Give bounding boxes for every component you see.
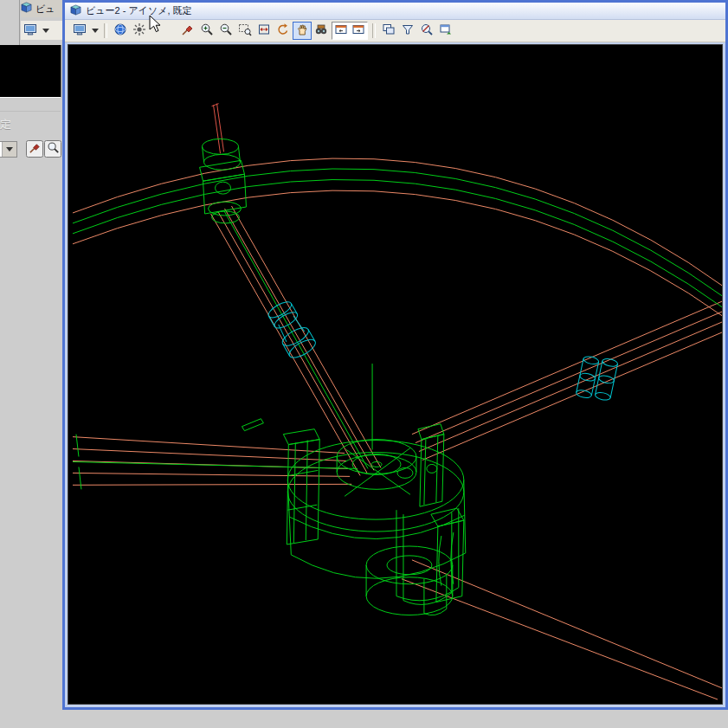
window-area-button[interactable] [235, 22, 254, 40]
wireframe-model [68, 45, 722, 704]
view-window-2: ビュー2 - アイソメ, 既定 [62, 0, 728, 710]
wireframe-green-lines [73, 139, 722, 615]
view-display-mode-button[interactable] [70, 22, 89, 40]
chevron-down-icon [42, 29, 49, 33]
mouse-cursor [149, 15, 163, 34]
rotate-icon [276, 23, 290, 39]
chevron-down-icon [92, 29, 99, 33]
sun-icon [132, 23, 146, 39]
clip-mask-button[interactable] [417, 22, 436, 40]
view-previous-button[interactable] [332, 23, 350, 39]
copy-view-icon [382, 23, 396, 39]
copy-view-button[interactable] [379, 22, 398, 40]
background-window-titlebar[interactable]: ビュ [21, 0, 62, 17]
view-next-icon [351, 23, 365, 39]
screen: ビュ 既定 ビュー2 - アイソメ, 既定 [0, 0, 728, 728]
window-area-icon [238, 23, 252, 39]
render-mode-button[interactable] [111, 22, 130, 40]
view-canvas[interactable] [68, 44, 723, 705]
view-display-dropdown[interactable] [89, 22, 100, 40]
chevron-down-icon [6, 147, 13, 151]
panel-update-brush-button[interactable] [26, 140, 43, 158]
magnifier-icon [47, 141, 60, 157]
bg-view-display-button[interactable] [21, 22, 40, 40]
fit-view-button[interactable] [254, 22, 274, 40]
brush-icon [29, 141, 42, 157]
panel-zoom-button[interactable] [44, 140, 61, 158]
titlebar[interactable]: ビュー2 - アイソメ, 既定 [65, 3, 725, 20]
brightness-button[interactable] [130, 22, 149, 40]
pan-view-button[interactable] [293, 22, 312, 40]
view-toolbar [65, 20, 725, 42]
toolbar-separator [372, 23, 376, 38]
window-title: ビュー2 - アイソメ, 既定 [86, 4, 192, 17]
background-window-edge [19, 0, 20, 45]
background-window-title: ビュ [35, 3, 55, 16]
saved-views-button[interactable] [436, 22, 455, 40]
level-dropdown[interactable] [0, 141, 17, 158]
binoculars-icon [314, 23, 328, 39]
bg-view-display-dropdown[interactable] [40, 22, 51, 40]
monitor-icon [73, 23, 87, 39]
view-history-group [332, 22, 368, 40]
saved-views-icon [439, 23, 453, 39]
globe-icon [113, 23, 127, 39]
navigate-view-button[interactable] [312, 22, 331, 40]
fit-view-icon [257, 23, 271, 39]
panel-divider [0, 111, 61, 112]
hand-icon [295, 23, 309, 39]
zoom-out-icon [219, 23, 233, 39]
clip-mask-icon [420, 23, 434, 39]
monitor-icon [23, 23, 37, 39]
view-cube-icon [70, 3, 81, 19]
background-view-window[interactable] [0, 45, 61, 98]
zoom-in-icon [200, 23, 214, 39]
wireframe-red-lines [212, 104, 224, 154]
update-view-button[interactable] [178, 22, 197, 40]
dropdown-button[interactable] [2, 142, 16, 157]
zoom-in-button[interactable] [197, 22, 216, 40]
clip-volume-button[interactable] [398, 22, 417, 40]
view-next-button[interactable] [350, 23, 367, 39]
funnel-icon [401, 23, 415, 39]
rotate-view-button[interactable] [274, 22, 293, 40]
background-window-toolbar [21, 21, 62, 40]
panel-title: 既定 [0, 117, 11, 132]
view-previous-icon [334, 23, 348, 39]
brush-icon [181, 23, 195, 39]
toolbar-separator [104, 23, 107, 38]
view-cube-icon [21, 1, 32, 16]
zoom-out-button[interactable] [216, 22, 235, 40]
wireframe-orange-lines [73, 158, 722, 699]
